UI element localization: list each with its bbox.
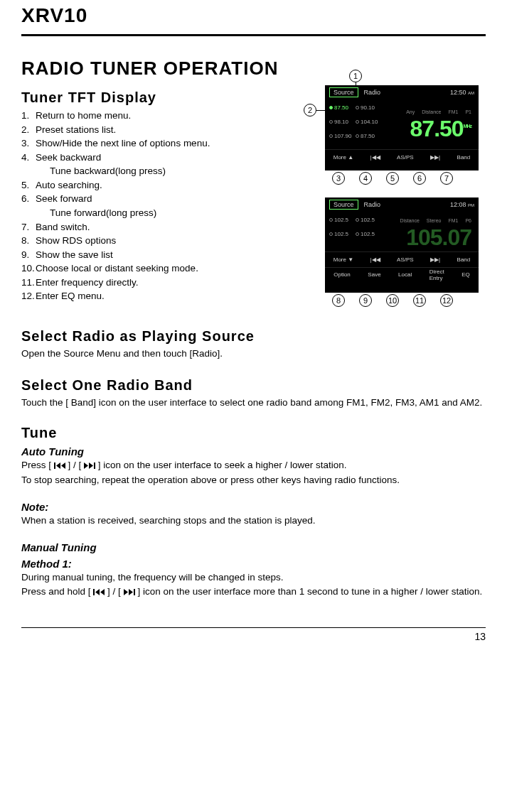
figure-2: Source Radio 12:08 PM 102.5102.5102.5102… <box>306 197 486 307</box>
preset-item[interactable]: 87.50 <box>329 101 354 114</box>
manual-line2: Press and hold [ ] / [ ] icon on the use… <box>21 585 486 598</box>
divider-top <box>21 34 486 36</box>
callout-4: 4 <box>359 172 372 185</box>
svg-rect-6 <box>93 589 95 595</box>
preset-item[interactable]: 102.5 <box>356 213 380 226</box>
select-radio-title: Select Radio as Playing Source <box>21 328 486 345</box>
select-band-title: Select One Radio Band <box>21 377 486 394</box>
bottom-bar[interactable]: More ▼|◀◀AS/PS▶▶|Band <box>325 251 479 267</box>
svg-marker-9 <box>124 589 128 595</box>
note-text: When a station is received, searching st… <box>21 514 486 527</box>
preset-list[interactable]: 102.5102.5102.5102.5 <box>329 212 380 251</box>
list-item: 11.Enter frequency directly. <box>21 276 297 290</box>
svg-marker-10 <box>129 589 133 595</box>
preset-item[interactable]: 87.50 <box>356 129 380 142</box>
note-title: Note: <box>21 501 486 513</box>
toolbar-button[interactable]: AS/PS <box>397 256 414 263</box>
list-item: 1.Return to home menu. <box>21 109 297 123</box>
frequency-display: 105.07 <box>406 226 474 246</box>
list-item: 7.Band switch. <box>21 220 297 234</box>
svg-marker-8 <box>100 589 105 595</box>
toolbar-button[interactable]: More ▼ <box>333 256 353 263</box>
manual-line1: During manual tuning, the frequency will… <box>21 571 486 584</box>
manual-tuning-title: Manual Tuning <box>21 541 486 553</box>
preset-list[interactable]: 87.5090.1098.10104.10107.9087.50 <box>329 99 380 149</box>
callout-9: 9 <box>359 294 372 307</box>
list-item: 5.Auto searching. <box>21 178 297 193</box>
callout-10: 10 <box>386 294 399 307</box>
toolbar-button[interactable]: |◀◀ <box>370 256 380 263</box>
list-item: 9.Show the save list <box>21 248 297 262</box>
callout-5: 5 <box>386 172 399 185</box>
seek-fwd-icon <box>124 589 135 595</box>
toolbar-button[interactable]: Direct Entry <box>429 269 444 281</box>
clock: 12:50 AM <box>450 89 474 96</box>
svg-rect-11 <box>134 589 135 595</box>
callout-1: 1 <box>349 70 362 82</box>
callout-7: 7 <box>440 172 453 185</box>
toolbar-button[interactable]: Local <box>398 271 412 278</box>
preset-item[interactable]: 102.5 <box>329 213 354 226</box>
radio-title: Radio <box>364 201 381 208</box>
source-button[interactable]: Source <box>329 200 358 210</box>
toolbar-button[interactable]: AS/PS <box>397 154 414 161</box>
toolbar-button[interactable]: EQ <box>461 271 470 278</box>
toolbar-button[interactable]: Band <box>457 256 471 263</box>
callout-3: 3 <box>332 172 345 185</box>
list-item: 2.Preset stations list. <box>21 123 297 137</box>
frequency-display: 87.50MHz <box>410 117 474 140</box>
seek-back-icon <box>93 589 105 595</box>
toolbar-button[interactable]: |◀◀ <box>370 154 380 161</box>
list-item: 12.Enter EQ menu. <box>21 289 297 303</box>
preset-item[interactable]: 98.10 <box>329 115 354 128</box>
svg-rect-0 <box>54 462 55 469</box>
svg-marker-2 <box>61 462 65 469</box>
preset-item[interactable]: 104.10 <box>356 115 380 128</box>
list-item: Tune forward(long press) <box>21 206 297 220</box>
svg-marker-7 <box>95 589 100 595</box>
toolbar-button[interactable]: Save <box>368 271 380 278</box>
callout-12: 12 <box>440 294 453 307</box>
toolbar-button[interactable]: More ▲ <box>333 154 353 161</box>
toolbar-button[interactable]: Option <box>333 271 351 278</box>
feature-list: 1.Return to home menu.2.Preset stations … <box>21 109 297 303</box>
bottom-bar[interactable]: More ▲|◀◀AS/PS▶▶|Band <box>325 149 479 165</box>
list-item: Tune backward(long press) <box>21 164 297 178</box>
figure-1: 1 2 Source Radio 12:50 AM 87.5090.1098.1… <box>306 85 486 185</box>
callout-6: 6 <box>413 172 426 185</box>
select-band-text: Touch the [ Band] icon on the user inter… <box>21 396 486 409</box>
preset-item[interactable]: 90.10 <box>356 101 380 114</box>
preset-item[interactable]: 107.90 <box>329 129 354 142</box>
method1-title: Method 1: <box>21 558 486 570</box>
svg-rect-5 <box>94 462 95 469</box>
seek-back-icon <box>54 462 65 469</box>
radio-title: Radio <box>364 89 381 96</box>
status-line: Any Distance FM1 P1 <box>380 109 474 114</box>
tft-display-title: Tuner TFT Display <box>21 90 297 106</box>
toolbar-button[interactable]: ▶▶| <box>430 256 440 263</box>
auto-tuning-title: Auto Tuning <box>21 445 486 458</box>
seek-fwd-icon <box>84 462 95 469</box>
tune-title: Tune <box>21 425 486 441</box>
preset-item[interactable]: 102.5 <box>329 227 354 240</box>
callout-2: 2 <box>304 104 316 117</box>
status-line: Distance Stereo FM1 P6 <box>380 218 474 223</box>
toolbar-button[interactable]: Band <box>457 154 471 161</box>
model-header: XRV10 <box>21 0 486 34</box>
section-title: RADIO TUNER OPERATION <box>21 58 486 80</box>
radio-screenshot-2: Source Radio 12:08 PM 102.5102.5102.5102… <box>325 197 479 293</box>
list-item: 6.Seek forward <box>21 192 297 206</box>
callout-11: 11 <box>413 294 426 307</box>
svg-marker-4 <box>89 462 93 469</box>
options-row[interactable]: OptionSaveLocalDirect EntryEQ <box>325 267 479 281</box>
page-number: 13 <box>21 628 486 642</box>
list-item: 4.Seek backward <box>21 151 297 165</box>
toolbar-button[interactable]: ▶▶| <box>430 154 440 161</box>
preset-item[interactable]: 102.5 <box>356 227 380 240</box>
list-item: 8.Show RDS options <box>21 234 297 248</box>
callout-row-1: 34567 <box>306 172 460 185</box>
clock: 12:08 PM <box>450 201 474 208</box>
auto-tuning-line1: Press [ ] / [ ] icon on the user interfa… <box>21 459 486 472</box>
auto-tuning-line2: To stop searching, repeat the operation … <box>21 474 486 487</box>
source-button[interactable]: Source <box>329 87 358 97</box>
